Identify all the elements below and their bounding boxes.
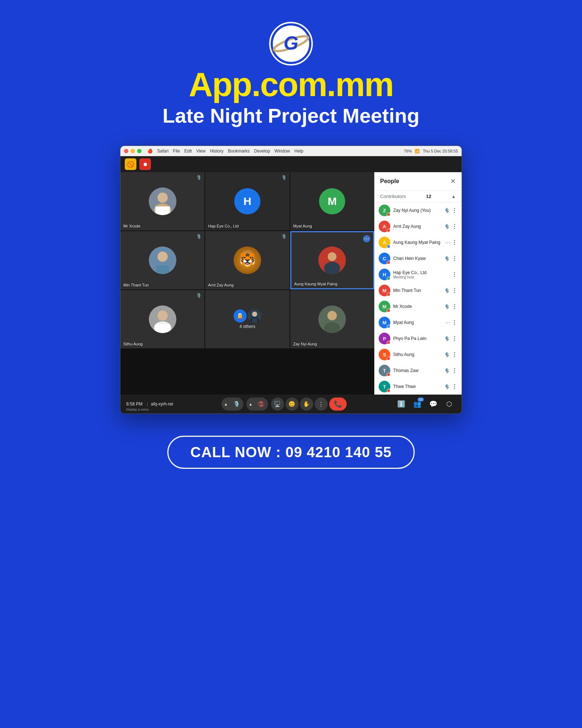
- menu-safari[interactable]: Safari: [157, 149, 168, 154]
- mic-group: ▲ 🎙️: [222, 397, 243, 411]
- people-button[interactable]: 👥 12: [411, 397, 424, 411]
- person-row: M Myat Aung ⋯ ⋮: [374, 314, 462, 331]
- video-cell-others: 🧝 4 others: [205, 290, 289, 348]
- more-person-icon[interactable]: ⋮: [451, 223, 457, 230]
- menu-file[interactable]: File: [173, 149, 180, 154]
- person-name: Thomas Zaw: [393, 368, 441, 373]
- others-count: 4 others: [239, 324, 255, 329]
- mic-toggle-button[interactable]: 🎙️: [230, 397, 243, 411]
- more-person-icon[interactable]: ⋮: [451, 303, 457, 310]
- person-info: Phyo Pa Pa Lwin: [393, 336, 441, 341]
- chat-icon: 💬: [429, 400, 437, 408]
- status-dot: [387, 357, 390, 360]
- titlebar: 🍎 Safari File Edit View History Bookmark…: [120, 146, 462, 156]
- meet-bottom-bar: 8:58 PM | afq-xyrh-rer ▲ 🎙️ ▲: [120, 395, 462, 414]
- name-minthant: Min Thant Tun: [123, 283, 149, 287]
- person-name: Thwe Thwe: [393, 384, 441, 389]
- svg-point-21: [158, 310, 168, 321]
- name-zaynyi: Zay Nyi Aung: [293, 342, 317, 346]
- close-people-button[interactable]: ✕: [450, 177, 456, 185]
- activities-button[interactable]: ⬡: [443, 397, 456, 411]
- mic-icon: 🎙️: [233, 401, 240, 407]
- close-dot[interactable]: [124, 149, 128, 153]
- talking-icon: ⋯: [445, 240, 450, 245]
- video-cell-arntzay: 🐯 🎙️ Arnt Zay Aung: [205, 231, 289, 289]
- avatar-sithu: [149, 305, 176, 333]
- more-person-icon[interactable]: ⋮: [451, 319, 457, 326]
- svg-rect-27: [252, 318, 258, 323]
- svg-point-29: [327, 311, 337, 320]
- more-person-icon[interactable]: ⋮: [451, 207, 457, 214]
- chevron-up-icon[interactable]: ▲: [451, 194, 456, 199]
- present-button[interactable]: 🖥️: [271, 397, 284, 411]
- chat-button[interactable]: 💬: [427, 397, 440, 411]
- people-title: People: [380, 178, 399, 185]
- call-now-button[interactable]: CALL NOW : 09 4210 140 55: [167, 436, 414, 469]
- mic-arrow-button[interactable]: ▲: [222, 397, 230, 411]
- more-person-icon[interactable]: ⋮: [451, 271, 457, 278]
- menu-develop[interactable]: Develop: [254, 149, 270, 154]
- more-person-icon[interactable]: ⋮: [451, 255, 457, 262]
- menu-help[interactable]: Help: [294, 149, 303, 154]
- maximize-dot[interactable]: [137, 149, 141, 153]
- end-call-button[interactable]: 📞: [329, 397, 347, 411]
- video-cell-hapcoeye: H 🎙️ Hap Eye Co., Ltd: [205, 172, 289, 230]
- more-person-icon[interactable]: ⋮: [451, 239, 457, 246]
- more-options-aungkaung[interactable]: ⋯: [363, 235, 370, 242]
- emoji-button[interactable]: 😊: [286, 397, 299, 411]
- person-actions: 🎙️ ⋮: [444, 223, 457, 230]
- person-name: Sithu Aung: [393, 352, 441, 357]
- meeting-code: afq-xyrh-rer: [151, 401, 174, 407]
- name-arntzay: Arnt Zay Aung: [208, 283, 234, 287]
- more-person-icon[interactable]: ⋮: [451, 287, 457, 294]
- info-icon: ℹ️: [397, 400, 405, 408]
- people-panel: People ✕ Contributors 12 ▲ Z Zay Nyi Aun…: [374, 172, 462, 395]
- menu-history[interactable]: History: [210, 149, 223, 154]
- person-actions: 🎙️ ⋮: [444, 383, 457, 390]
- info-button[interactable]: ℹ️: [395, 397, 408, 411]
- more-person-icon[interactable]: ⋮: [451, 367, 457, 374]
- menu-apple[interactable]: 🍎: [147, 149, 153, 154]
- more-person-icon[interactable]: ⋮: [451, 351, 457, 358]
- person-info: Arnt Zay Aung: [393, 224, 441, 229]
- others-avatars: 🧝: [234, 309, 261, 323]
- person-info: Myat Aung: [393, 320, 442, 325]
- person-avatar: C: [379, 253, 390, 264]
- record-button[interactable]: ⏺: [139, 158, 151, 170]
- display-menu-label: Display a menu: [126, 405, 149, 412]
- video-off-button[interactable]: 🚫: [125, 158, 136, 170]
- camera-arrow-button[interactable]: ▲: [246, 397, 255, 411]
- minimize-dot[interactable]: [131, 149, 135, 153]
- camera-toggle-button[interactable]: 📵: [255, 397, 268, 411]
- menu-window[interactable]: Window: [275, 149, 290, 154]
- menu-view[interactable]: View: [196, 149, 206, 154]
- person-actions: 🎙️ ⋮: [444, 351, 457, 358]
- present-icon: 🖥️: [274, 401, 281, 407]
- video-cell-minthant: 🎙️ Min Thant Tun: [120, 231, 204, 289]
- other-avatar-2: [248, 309, 261, 323]
- battery-percent: 76%: [404, 149, 412, 153]
- phone-icon: 📞: [334, 400, 342, 408]
- person-row: M Mr Xcode 🎙️ ⋮: [374, 298, 462, 314]
- person-actions: 🎙️ ⋮: [444, 303, 457, 310]
- meet-content: 🎙️ Mr Xcode H 🎙️ Hap Eye Co., Ltd M Myat…: [120, 172, 462, 395]
- menu-edit[interactable]: Edit: [184, 149, 192, 154]
- mic-off-minthant: 🎙️: [196, 234, 202, 239]
- more-button[interactable]: ⋮: [315, 397, 328, 411]
- raise-hand-button[interactable]: ✋: [300, 397, 313, 411]
- more-person-icon[interactable]: ⋮: [451, 335, 457, 342]
- mic-off-sithu: 🎙️: [196, 293, 202, 298]
- call-now-section: CALL NOW : 09 4210 140 55: [167, 436, 414, 469]
- person-avatar: A: [379, 221, 390, 232]
- name-myataung: Myat Aung: [293, 224, 312, 228]
- video-cell-mrxcode: 🎙️ Mr Xcode: [120, 172, 204, 230]
- app-title-yellow: App.com.mm: [189, 66, 394, 104]
- person-row: P Phyo Pa Pa Lwin 🎙️ ⋮: [374, 331, 462, 347]
- more-person-icon[interactable]: ⋮: [451, 383, 457, 390]
- menu-bookmarks[interactable]: Bookmarks: [228, 149, 250, 154]
- chevron-up-mic-icon: ▲: [224, 402, 228, 406]
- person-actions: ⋮: [451, 271, 457, 278]
- contributors-label: Contributors: [380, 194, 406, 199]
- avatar-zaynyi: [318, 305, 346, 333]
- people-list: Z Zay Nyi Aung (You) 🎙️ ⋮ A Arnt Zay Aun…: [374, 202, 462, 395]
